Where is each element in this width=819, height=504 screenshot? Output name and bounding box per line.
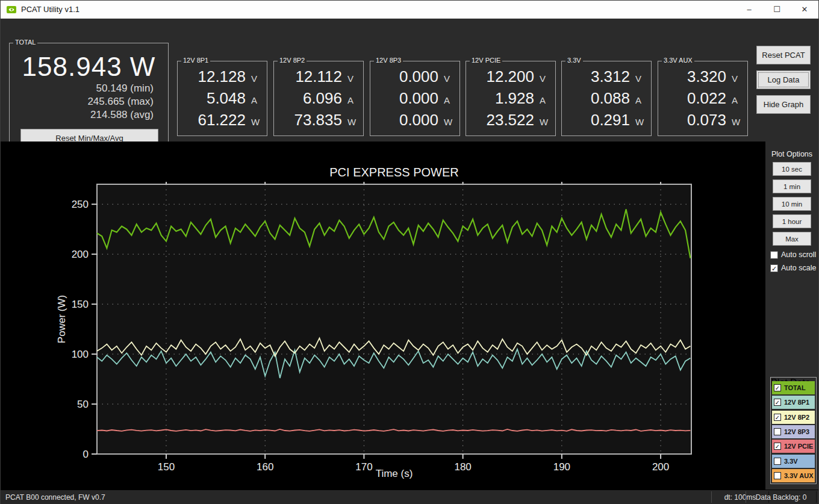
volts-value: 12.112 <box>295 67 342 86</box>
reset-pcat-button[interactable]: Reset PCAT <box>756 46 811 64</box>
legend-item-12v-8p3[interactable]: ✓ 12V 8P3 <box>772 425 815 438</box>
chart-title: PCI EXPRESS POWER <box>329 166 459 179</box>
channel-box-3v3: 3.3V 3.312V 0.088A 0.291W <box>561 61 652 136</box>
y-tick-label: 0 <box>83 449 89 460</box>
power-chart: 050100150200250150160170180190200PCI EXP… <box>1 142 767 490</box>
amps-unit: A <box>251 95 261 105</box>
amps-value: 0.088 <box>591 89 630 108</box>
legend-checkbox[interactable]: ✓ <box>774 384 781 391</box>
maximize-button[interactable]: ☐ <box>763 1 791 18</box>
watts-value: 73.835 <box>294 111 342 129</box>
legend-checkbox[interactable]: ✓ <box>774 472 781 479</box>
log-data-button[interactable]: Log Data <box>756 70 811 89</box>
total-min: 50.149 (min) <box>10 82 168 95</box>
status-bar: PCAT B00 connected, FW v0.7 dt: 100ms Da… <box>1 490 818 504</box>
legend-label: 3.3V <box>784 458 798 465</box>
watts-unit: W <box>540 117 549 127</box>
channel-box-12v-8p3: 12V 8P3 0.000V 0.000A 0.000W <box>370 61 460 136</box>
legend-item-12v-8p2[interactable]: ✓ 12V 8P2 <box>772 411 815 424</box>
range-10min-button[interactable]: 10 min <box>773 197 811 211</box>
amps-value: 0.000 <box>399 89 438 108</box>
total-label: TOTAL <box>13 39 37 46</box>
y-tick-label: 200 <box>72 249 89 260</box>
y-tick-label: 50 <box>77 399 89 410</box>
metrics-panel: TOTAL 158.943 W 50.149 (min) 245.665 (ma… <box>1 19 818 142</box>
auto-scroll-label: Auto scroll <box>781 250 816 259</box>
y-tick-label: 250 <box>72 199 89 210</box>
watts-unit: W <box>732 117 741 127</box>
legend-checkbox[interactable]: ✓ <box>774 458 781 465</box>
amps-unit: A <box>635 95 645 105</box>
y-tick-label: 100 <box>72 349 89 360</box>
y-tick-label: 150 <box>72 299 89 310</box>
volts-unit: V <box>347 73 357 84</box>
channel-label: 3.3V AUX <box>662 57 694 64</box>
amps-unit: A <box>732 95 741 105</box>
range-1hour-button[interactable]: 1 hour <box>773 214 811 228</box>
watts-unit: W <box>347 117 357 127</box>
legend-item-12v-pcie[interactable]: ✓ 12V PCIE <box>772 440 815 453</box>
legend-label: 12V 8P1 <box>784 399 809 406</box>
y-axis-label: Power (W) <box>56 295 67 343</box>
range-10sec-button[interactable]: 10 sec <box>773 162 811 176</box>
auto-scale-checkbox[interactable]: ✓ <box>770 264 778 272</box>
legend-label: 12V PCIE <box>784 443 813 450</box>
x-tick-label: 170 <box>355 461 372 473</box>
legend-label: 3.3V AUX <box>784 472 814 479</box>
volts-value: 12.128 <box>198 67 246 86</box>
total-power-value: 158.943 W <box>10 52 168 82</box>
plot-sidebar: Plot Options 10 sec 1 min 10 min 1 hour … <box>765 142 818 490</box>
legend-label: 12V 8P2 <box>784 414 809 421</box>
channel-box-12v-8p2: 12V 8P2 12.112V 6.096A 73.835W <box>273 61 364 136</box>
legend-checkbox[interactable]: ✓ <box>774 443 781 450</box>
auto-scroll-checkbox[interactable]: ✓ <box>770 251 778 259</box>
range-max-button[interactable]: Max <box>773 232 811 246</box>
legend-checkbox[interactable]: ✓ <box>774 399 781 406</box>
x-tick-label: 200 <box>652 461 669 473</box>
amps-unit: A <box>444 95 453 105</box>
x-tick-label: 150 <box>158 461 175 473</box>
x-axis-label: Time (s) <box>376 468 413 479</box>
legend-item-total[interactable]: ✓ TOTAL <box>772 381 815 394</box>
watts-unit: W <box>251 117 261 127</box>
volts-value: 3.312 <box>591 67 630 86</box>
volts-unit: V <box>635 73 645 84</box>
auto-scroll-option[interactable]: ✓ Auto scroll <box>770 250 818 259</box>
amps-unit: A <box>540 95 549 105</box>
x-tick-label: 160 <box>257 461 273 473</box>
hide-graph-button[interactable]: Hide Graph <box>756 95 811 114</box>
plot-area <box>97 184 691 454</box>
plot-data-groupbox: Plot Data ✓ TOTAL ✓ 12V 8P1 ✓ 12V 8P2 <box>770 377 817 484</box>
legend-item-3v3[interactable]: ✓ 3.3V <box>772 455 815 468</box>
watts-value: 61.222 <box>198 111 246 129</box>
amps-value: 1.928 <box>495 89 534 108</box>
range-1min-button[interactable]: 1 min <box>773 179 811 193</box>
total-avg: 214.588 (avg) <box>10 108 168 122</box>
legend-checkbox[interactable]: ✓ <box>774 414 781 421</box>
close-button[interactable]: ✕ <box>791 1 818 18</box>
title-bar: PCAT Utility v1.1 – ☐ ✕ <box>1 1 818 19</box>
channel-label: 3.3V <box>565 57 583 64</box>
data-backlog-status: Data Backlog: 0 <box>746 491 817 503</box>
nvidia-logo-icon <box>6 4 17 15</box>
channel-label: 12V PCIE <box>470 57 502 64</box>
volts-unit: V <box>251 73 261 84</box>
legend-checkbox[interactable]: ✓ <box>774 428 781 435</box>
amps-unit: A <box>347 95 357 105</box>
window-controls: – ☐ ✕ <box>735 1 818 18</box>
volts-value: 0.000 <box>399 67 438 86</box>
watts-value: 0.291 <box>591 111 630 129</box>
channel-box-12v-pcie: 12V PCIE 12.200V 1.928A 23.522W <box>466 61 556 136</box>
channel-label: 12V 8P2 <box>278 57 307 64</box>
legend-label: TOTAL <box>784 384 806 391</box>
legend-item-12v-8p1[interactable]: ✓ 12V 8P1 <box>772 396 815 409</box>
connection-status: PCAT B00 connected, FW v0.7 <box>5 493 105 502</box>
auto-scale-option[interactable]: ✓ Auto scale <box>770 264 818 272</box>
minimize-button[interactable]: – <box>735 1 763 18</box>
auto-scale-label: Auto scale <box>781 264 816 272</box>
legend-rows: ✓ TOTAL ✓ 12V 8P1 ✓ 12V 8P2 ✓ 12V 8P3 <box>772 381 815 482</box>
legend-item-3v3-aux[interactable]: ✓ 3.3V AUX <box>772 469 815 482</box>
plot-options-title: Plot Options <box>765 150 818 158</box>
total-groupbox: TOTAL 158.943 W 50.149 (min) 245.665 (ma… <box>9 43 169 153</box>
watts-value: 23.522 <box>486 111 534 129</box>
